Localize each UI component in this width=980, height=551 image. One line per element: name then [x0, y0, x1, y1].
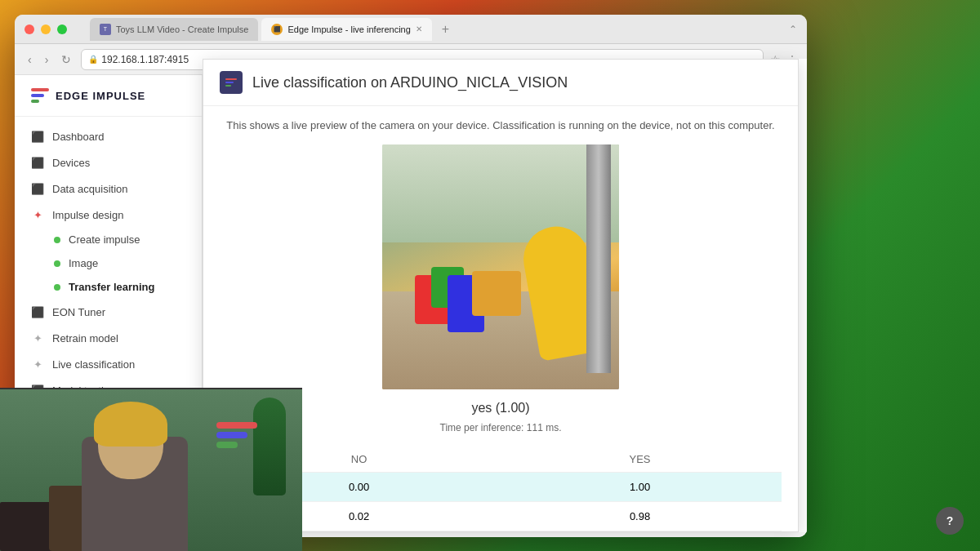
minimize-button[interactable]: [41, 24, 51, 34]
new-tab-button[interactable]: +: [435, 22, 456, 37]
plant: [253, 398, 286, 495]
tab-favicon-ei: ⬛: [271, 24, 283, 35]
ei-logo-icon: [31, 88, 49, 103]
row2-yes: 0.98: [498, 502, 782, 531]
wall-stripe-green: [216, 442, 238, 448]
browser-tabs: T Toys LLM Video - Create Impulse ⬛ Edge…: [90, 18, 456, 41]
sidebar-label-eon-tuner: EON Tuner: [52, 306, 105, 318]
toy-yellow: [472, 271, 521, 316]
wall-stripe-red: [216, 422, 257, 429]
tab-toys-llm[interactable]: T Toys LLM Video - Create Impulse: [90, 18, 258, 41]
sidebar-item-create-impulse[interactable]: Create impulse: [15, 228, 202, 251]
back-button[interactable]: ‹: [24, 51, 35, 68]
sidebar-label-image: Image: [69, 257, 98, 269]
window-controls-right: ⌃: [789, 24, 797, 35]
popup-logo: [220, 71, 243, 94]
titlebar: T Toys LLM Video - Create Impulse ⬛ Edge…: [15, 15, 807, 44]
preview-description: This shows a live preview of the camera …: [220, 119, 782, 131]
address-text: 192.168.1.187:4915: [101, 54, 189, 65]
tab-close-icon[interactable]: ✕: [416, 24, 422, 33]
maximize-button[interactable]: [57, 24, 67, 34]
table-row: 0.02 0.98: [220, 502, 782, 531]
popup-logo-bar-green: [225, 85, 231, 87]
person-hair: [94, 402, 167, 447]
webcam-overlay: [0, 388, 302, 551]
reload-button[interactable]: ↻: [58, 51, 74, 68]
sidebar-label-retrain-model: Retrain model: [52, 332, 118, 344]
popup-logo-bar-red: [225, 78, 237, 80]
transfer-learning-dot: [54, 284, 60, 291]
wall-decor: [216, 422, 257, 448]
sidebar-label-live-classification: Live classification: [52, 358, 135, 371]
devices-icon: ⬛: [31, 156, 44, 169]
tab-label-toys: Toys LLM Video - Create Impulse: [116, 24, 248, 34]
sidebar-label-devices: Devices: [52, 157, 90, 169]
tab-label-ei: Edge Impulse - live inferencing: [287, 24, 410, 34]
sidebar-item-retrain-model[interactable]: ✦ Retrain model: [15, 325, 202, 351]
impulse-design-icon: ✦: [31, 208, 44, 221]
wall-stripe-blue: [216, 432, 247, 438]
col-header-yes: YES: [498, 447, 782, 473]
sidebar-item-dashboard[interactable]: ⬛ Dashboard: [15, 123, 202, 149]
live-classification-icon: ✦: [31, 358, 44, 371]
lock-icon: 🔒: [88, 55, 98, 64]
sidebar-item-image[interactable]: Image: [15, 251, 202, 275]
logo-bar-green: [31, 100, 39, 103]
popup-header: Live classification on ARDUINO_NICLA_VIS…: [203, 60, 798, 106]
sidebar-item-devices[interactable]: ⬛ Devices: [15, 149, 202, 176]
eon-tuner-icon: ⬛: [31, 305, 44, 318]
help-button[interactable]: ?: [936, 507, 964, 535]
row1-yes: 1.00: [498, 473, 782, 502]
sidebar-item-impulse-design[interactable]: ✦ Impulse design: [15, 202, 202, 228]
close-button[interactable]: [24, 24, 34, 34]
image-dot: [54, 260, 60, 267]
sidebar-label-dashboard: Dashboard: [52, 131, 105, 143]
retrain-model-icon: ✦: [31, 331, 44, 344]
results-table: NO YES 0.00 1.00 0.02 0.98: [220, 447, 782, 531]
logo-bar-red: [31, 88, 49, 91]
metal-structure: [586, 144, 611, 373]
sidebar-label-data-acquisition: Data acquisition: [52, 183, 128, 195]
popup-title: Live classification on ARDUINO_NICLA_VIS…: [252, 74, 568, 91]
inference-time: Time per inference: 111 ms.: [220, 422, 782, 433]
data-acquisition-icon: ⬛: [31, 182, 44, 195]
tab-edge-impulse[interactable]: ⬛ Edge Impulse - live inferencing ✕: [261, 18, 431, 41]
create-impulse-dot: [54, 237, 60, 243]
camera-preview: [382, 144, 619, 389]
classification-result: yes (1.00): [220, 401, 782, 415]
forward-button[interactable]: ›: [42, 51, 52, 68]
logo-bar-blue: [31, 94, 44, 97]
ei-logo-text: EDGE IMPULSE: [56, 90, 145, 102]
sidebar-item-eon-tuner[interactable]: ⬛ EON Tuner: [15, 299, 202, 325]
tab-favicon-toys: T: [100, 24, 111, 35]
sidebar-label-create-impulse: Create impulse: [69, 233, 140, 246]
sidebar-label-impulse-design: Impulse design: [52, 209, 123, 221]
popup-logo-bar-blue: [225, 82, 234, 83]
background-window: [382, 144, 619, 242]
dashboard-icon: ⬛: [31, 130, 44, 143]
sidebar-label-transfer-learning: Transfer learning: [69, 281, 154, 293]
sidebar-item-data-acquisition[interactable]: ⬛ Data acquisition: [15, 176, 202, 202]
presenter-video: [0, 389, 302, 551]
sidebar-item-transfer-learning[interactable]: Transfer learning: [15, 275, 202, 299]
sidebar-item-live-classification[interactable]: ✦ Live classification: [15, 351, 202, 377]
table-row: 0.00 1.00: [220, 473, 782, 502]
ei-logo: EDGE IMPULSE: [15, 75, 202, 117]
